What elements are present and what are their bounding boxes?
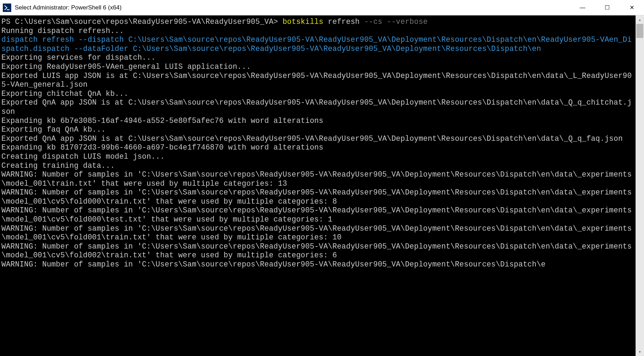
scroll-up-arrow-icon[interactable]: ▴ xyxy=(636,15,644,24)
output-line: Exporting chitchat QnA kb... xyxy=(1,90,129,98)
vertical-scrollbar[interactable]: ▴ ▾ xyxy=(636,15,644,356)
output-line: Exported QnA app JSON is at C:\Users\Sam… xyxy=(1,134,623,143)
minimize-button[interactable]: — xyxy=(570,0,595,15)
output-line: Exporting faq QnA kb... xyxy=(1,125,106,134)
maximize-button[interactable]: ☐ xyxy=(595,0,619,15)
output-line: Expanding kb 6b7e3085-16af-4946-a552-5e8… xyxy=(1,117,323,125)
output-warning: WARNING: Number of samples in 'C:\Users\… xyxy=(1,260,546,269)
output-line: Exported QnA app JSON is at C:\Users\Sam… xyxy=(1,98,632,116)
scroll-track[interactable] xyxy=(636,24,644,348)
command-flags: --cs --verbose xyxy=(364,18,428,26)
command-binary: botskills xyxy=(283,18,323,26)
output-line: Expanding kb 817072d3-99b6-4660-a697-bc4… xyxy=(1,143,323,152)
output-warning: WARNING: Number of samples in 'C:\Users\… xyxy=(1,224,632,242)
window-title: Select Administrator: PowerShell 6 (x64) xyxy=(15,4,570,11)
output-line: Running dispatch refresh... xyxy=(1,27,124,35)
output-warning: WARNING: Number of samples in 'C:\Users\… xyxy=(1,188,632,206)
output-line: Exported LUIS app JSON is at C:\Users\Sa… xyxy=(1,72,632,89)
output-line: Creating dispatch LUIS model json... xyxy=(1,152,165,161)
output-warning: WARNING: Number of samples in 'C:\Users\… xyxy=(1,206,632,224)
prompt-text: PS C:\Users\Sam\source\repos\ReadyUser90… xyxy=(1,18,283,26)
command-sub: refresh xyxy=(323,18,364,26)
output-warning: WARNING: Number of samples in 'C:\Users\… xyxy=(1,242,632,260)
output-line-dispatch-cmd: dispatch refresh --dispatch C:\Users\Sam… xyxy=(1,35,632,53)
scroll-down-arrow-icon[interactable]: ▾ xyxy=(636,348,644,356)
titlebar[interactable]: Select Administrator: PowerShell 6 (x64)… xyxy=(0,0,644,15)
window-controls: — ☐ ✕ xyxy=(570,0,644,15)
output-line: Exporting services for dispatch... xyxy=(1,53,156,62)
terminal-area[interactable]: PS C:\Users\Sam\source\repos\ReadyUser90… xyxy=(0,15,644,356)
output-warning: WARNING: Number of samples in 'C:\Users\… xyxy=(1,170,632,188)
powershell-icon xyxy=(3,4,11,12)
output-line: Creating training data... xyxy=(1,161,115,170)
output-line: Exporting ReadyUser905-VAen_general LUIS… xyxy=(1,62,251,71)
scroll-thumb[interactable] xyxy=(636,24,643,38)
terminal-output[interactable]: PS C:\Users\Sam\source\repos\ReadyUser90… xyxy=(0,15,636,356)
close-button[interactable]: ✕ xyxy=(619,0,644,15)
